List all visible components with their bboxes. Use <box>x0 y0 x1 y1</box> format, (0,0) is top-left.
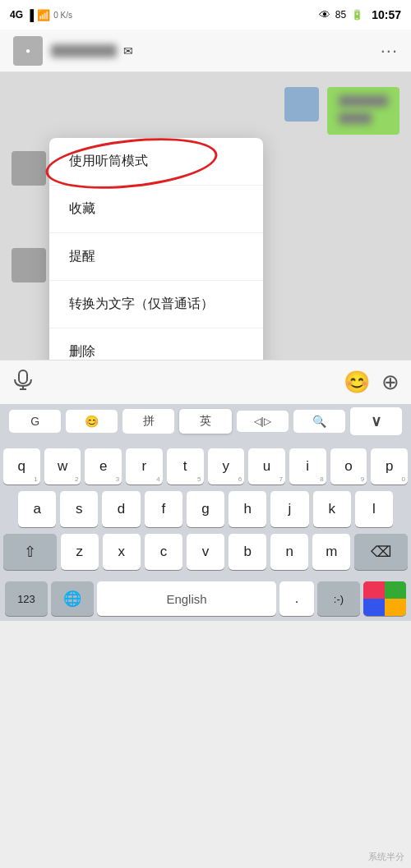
key-s[interactable]: s <box>60 491 98 527</box>
emoji-button[interactable]: 😊 <box>344 370 370 395</box>
time-label: 10:57 <box>372 8 401 21</box>
svg-rect-3 <box>375 589 384 598</box>
keyboard-row-2: a s d f g h j k l <box>0 488 411 530</box>
kb-search-btn[interactable]: 🔍 <box>293 410 345 433</box>
more-button[interactable]: ··· <box>381 40 398 62</box>
key-z[interactable]: z <box>61 534 99 570</box>
space-label: English <box>166 592 206 606</box>
voice-icon <box>12 368 35 391</box>
status-bar: 4G ▐ 📶 0 K/s 👁 85 🔋 10:57 <box>0 0 411 30</box>
svg-rect-6 <box>386 599 395 609</box>
kb-cursor-btn[interactable]: ◁|▷ <box>237 411 289 432</box>
contact-avatar: ● <box>13 36 43 66</box>
keyboard-toolbar: G 😊 拼 英 ◁|▷ 🔍 ∨ <box>0 404 411 440</box>
key-j[interactable]: j <box>270 491 308 527</box>
key-l[interactable]: l <box>355 491 393 527</box>
key-o[interactable]: o9 <box>330 448 367 485</box>
key-m[interactable]: m <box>312 534 350 570</box>
kb-pinyin-btn[interactable]: 拼 <box>122 409 174 434</box>
keyboard: q1 w2 e3 r4 t5 y6 u7 i8 o9 p0 a s d f g … <box>0 440 411 576</box>
kb-google-btn[interactable]: G <box>9 410 61 433</box>
key-e[interactable]: e3 <box>85 448 122 485</box>
key-c[interactable]: c <box>145 534 182 570</box>
contact-name-suffix: ✉ <box>123 44 133 57</box>
key-t[interactable]: t5 <box>167 448 204 485</box>
key-d[interactable]: d <box>102 491 140 527</box>
key-backspace[interactable]: ⌫ <box>354 534 408 570</box>
key-w[interactable]: w2 <box>44 448 81 485</box>
toolbar-right-buttons: 😊 ⊕ <box>344 370 399 395</box>
kb-emoji-btn[interactable]: 😊 <box>66 410 118 433</box>
kb-english-btn[interactable]: 英 <box>179 409 231 434</box>
chat-area: 潜... ⬛ 小程序 🔊 6" 使用听筒模式 收藏 提醒 转换为文字（仅普通话）… <box>0 72 411 360</box>
network-speed: 0 K/s <box>53 11 72 20</box>
windows-key[interactable] <box>363 581 406 616</box>
context-menu-item-earpiece[interactable]: 使用听筒模式 <box>49 138 263 186</box>
watermark: 系统半分 <box>368 851 404 863</box>
period-key[interactable]: . <box>279 581 314 616</box>
key-v[interactable]: v <box>187 534 224 570</box>
globe-key[interactable]: 🌐 <box>51 581 94 616</box>
status-left: 4G ▐ 📶 0 K/s <box>10 9 72 21</box>
key-a[interactable]: a <box>18 491 56 527</box>
keyboard-bottom-bar: 123 🌐 English . :-) <box>0 576 411 621</box>
space-key[interactable]: English <box>97 581 276 616</box>
eye-icon: 👁 <box>319 8 330 21</box>
context-menu-item-convert[interactable]: 转换为文字（仅普通话） <box>49 281 263 328</box>
key-k[interactable]: k <box>313 491 351 527</box>
num-key[interactable]: 123 <box>5 581 48 616</box>
battery-label: 85 <box>335 9 346 21</box>
contact-name: ✉ <box>51 44 381 58</box>
svg-rect-4 <box>386 589 395 598</box>
chat-header: ● ✉ ··· <box>0 30 411 72</box>
wifi-icon: 📶 <box>37 9 50 21</box>
key-i[interactable]: i8 <box>289 448 326 485</box>
contact-name-blurred <box>51 44 117 57</box>
keyboard-row-1: q1 w2 e3 r4 t5 y6 u7 i8 o9 p0 <box>0 445 411 488</box>
context-menu: 使用听筒模式 收藏 提醒 转换为文字（仅普通话） 删除 多选 <box>49 138 263 360</box>
signal-label: 4G <box>10 9 23 21</box>
key-q[interactable]: q1 <box>3 448 40 485</box>
key-g[interactable]: g <box>187 491 224 527</box>
key-r[interactable]: r4 <box>126 448 163 485</box>
battery-icon: 🔋 <box>351 9 363 21</box>
add-button[interactable]: ⊕ <box>381 370 399 395</box>
emoji-key[interactable]: :-) <box>317 581 360 616</box>
svg-rect-5 <box>375 599 384 609</box>
key-x[interactable]: x <box>103 534 141 570</box>
context-menu-item-remind[interactable]: 提醒 <box>49 233 263 281</box>
key-f[interactable]: f <box>145 491 182 527</box>
kb-collapse-btn[interactable]: ∨ <box>350 407 402 435</box>
context-menu-item-favorite[interactable]: 收藏 <box>49 186 263 233</box>
key-p[interactable]: p0 <box>371 448 408 485</box>
context-menu-item-delete[interactable]: 删除 <box>49 328 263 360</box>
keyboard-row-3: ⇧ z x c v b n m ⌫ <box>0 530 411 573</box>
key-h[interactable]: h <box>229 491 266 527</box>
key-b[interactable]: b <box>229 534 266 570</box>
input-toolbar: 😊 ⊕ <box>0 360 411 404</box>
key-shift[interactable]: ⇧ <box>3 534 57 570</box>
key-u[interactable]: u7 <box>248 448 285 485</box>
key-y[interactable]: y6 <box>208 448 245 485</box>
voice-input-button[interactable] <box>12 368 35 397</box>
signal-bars: ▐ <box>26 9 34 21</box>
svg-rect-0 <box>19 370 27 383</box>
status-right: 👁 85 🔋 10:57 <box>319 8 401 21</box>
key-n[interactable]: n <box>270 534 308 570</box>
